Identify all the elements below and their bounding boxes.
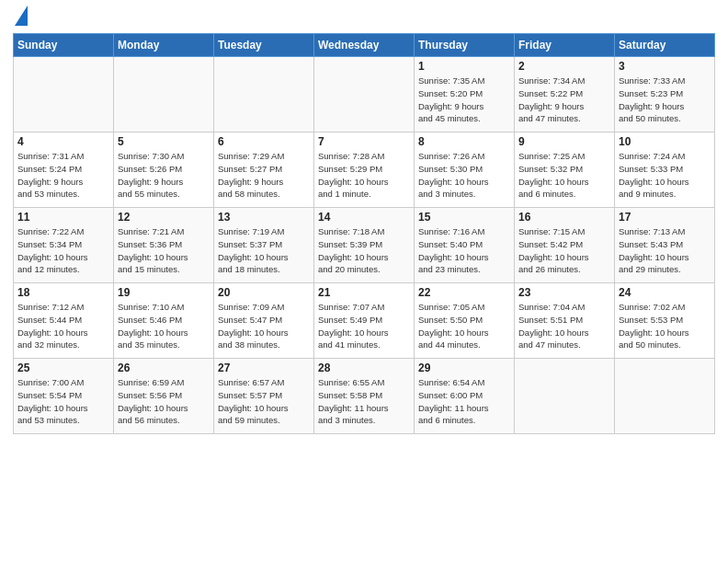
day-detail: Sunrise: 7:00 AM Sunset: 5:54 PM Dayligh… [17, 376, 109, 427]
weekday-header-row: SundayMondayTuesdayWednesdayThursdayFrid… [14, 34, 715, 57]
calendar-container: SundayMondayTuesdayWednesdayThursdayFrid… [0, 0, 728, 440]
day-number: 20 [218, 286, 310, 299]
weekday-header-friday: Friday [515, 34, 615, 57]
calendar-cell: 14Sunrise: 7:18 AM Sunset: 5:39 PM Dayli… [314, 208, 415, 283]
day-detail: Sunrise: 7:04 AM Sunset: 5:51 PM Dayligh… [518, 301, 610, 351]
calendar-cell: 11Sunrise: 7:22 AM Sunset: 5:34 PM Dayli… [14, 208, 114, 283]
day-detail: Sunrise: 6:55 AM Sunset: 5:58 PM Dayligh… [318, 376, 410, 427]
calendar-cell [114, 57, 214, 132]
week-row-5: 25Sunrise: 7:00 AM Sunset: 5:54 PM Dayli… [14, 359, 715, 434]
calendar-cell: 7Sunrise: 7:28 AM Sunset: 5:29 PM Daylig… [314, 132, 415, 208]
weekday-header-thursday: Thursday [415, 34, 515, 57]
calendar-cell: 22Sunrise: 7:05 AM Sunset: 5:50 PM Dayli… [415, 283, 515, 359]
day-number: 5 [118, 135, 210, 148]
calendar-cell: 18Sunrise: 7:12 AM Sunset: 5:44 PM Dayli… [14, 283, 114, 359]
day-detail: Sunrise: 6:59 AM Sunset: 5:56 PM Dayligh… [118, 376, 210, 427]
weekday-header-monday: Monday [114, 34, 214, 57]
calendar-cell: 3Sunrise: 7:33 AM Sunset: 5:23 PM Daylig… [615, 57, 715, 132]
calendar-cell: 20Sunrise: 7:09 AM Sunset: 5:47 PM Dayli… [214, 283, 314, 359]
logo [13, 9, 28, 26]
day-detail: Sunrise: 7:13 AM Sunset: 5:43 PM Dayligh… [619, 225, 711, 276]
day-detail: Sunrise: 7:10 AM Sunset: 5:46 PM Dayligh… [118, 301, 210, 351]
day-number: 27 [218, 362, 310, 374]
calendar-cell [615, 359, 715, 434]
calendar-cell: 1Sunrise: 7:35 AM Sunset: 5:20 PM Daylig… [415, 57, 515, 132]
day-number: 12 [118, 211, 210, 224]
day-detail: Sunrise: 7:33 AM Sunset: 5:23 PM Dayligh… [619, 75, 711, 125]
day-detail: Sunrise: 7:29 AM Sunset: 5:27 PM Dayligh… [218, 150, 310, 201]
weekday-header-wednesday: Wednesday [314, 34, 415, 57]
weekday-header-saturday: Saturday [615, 34, 715, 57]
calendar-cell: 15Sunrise: 7:16 AM Sunset: 5:40 PM Dayli… [415, 208, 515, 283]
calendar-cell [314, 57, 415, 132]
day-detail: Sunrise: 7:02 AM Sunset: 5:53 PM Dayligh… [619, 301, 711, 351]
day-number: 9 [518, 135, 610, 148]
calendar-cell [14, 57, 114, 132]
day-number: 6 [218, 135, 310, 148]
day-number: 16 [518, 211, 610, 224]
day-detail: Sunrise: 7:09 AM Sunset: 5:47 PM Dayligh… [218, 301, 310, 351]
day-number: 25 [17, 362, 109, 374]
day-detail: Sunrise: 7:28 AM Sunset: 5:29 PM Dayligh… [318, 150, 410, 201]
week-row-3: 11Sunrise: 7:22 AM Sunset: 5:34 PM Dayli… [14, 208, 715, 283]
day-number: 29 [418, 362, 510, 374]
calendar-cell: 21Sunrise: 7:07 AM Sunset: 5:49 PM Dayli… [314, 283, 415, 359]
week-row-4: 18Sunrise: 7:12 AM Sunset: 5:44 PM Dayli… [14, 283, 715, 359]
calendar-cell: 12Sunrise: 7:21 AM Sunset: 5:36 PM Dayli… [114, 208, 214, 283]
day-detail: Sunrise: 7:21 AM Sunset: 5:36 PM Dayligh… [118, 225, 210, 276]
calendar-table: SundayMondayTuesdayWednesdayThursdayFrid… [13, 33, 715, 434]
calendar-cell: 8Sunrise: 7:26 AM Sunset: 5:30 PM Daylig… [415, 132, 515, 208]
day-number: 28 [318, 362, 410, 374]
day-detail: Sunrise: 7:34 AM Sunset: 5:22 PM Dayligh… [518, 75, 610, 125]
week-row-2: 4Sunrise: 7:31 AM Sunset: 5:24 PM Daylig… [14, 132, 715, 208]
day-number: 4 [17, 135, 109, 148]
day-detail: Sunrise: 7:05 AM Sunset: 5:50 PM Dayligh… [418, 301, 510, 351]
day-detail: Sunrise: 7:16 AM Sunset: 5:40 PM Dayligh… [418, 225, 510, 276]
day-detail: Sunrise: 7:19 AM Sunset: 5:37 PM Dayligh… [218, 225, 310, 276]
day-detail: Sunrise: 7:26 AM Sunset: 5:30 PM Dayligh… [418, 150, 510, 201]
day-detail: Sunrise: 6:54 AM Sunset: 6:00 PM Dayligh… [418, 376, 510, 427]
calendar-cell: 28Sunrise: 6:55 AM Sunset: 5:58 PM Dayli… [314, 359, 415, 434]
day-number: 2 [518, 60, 610, 73]
week-row-1: 1Sunrise: 7:35 AM Sunset: 5:20 PM Daylig… [14, 57, 715, 132]
day-number: 22 [418, 286, 510, 299]
day-number: 24 [619, 286, 711, 299]
calendar-cell: 10Sunrise: 7:24 AM Sunset: 5:33 PM Dayli… [615, 132, 715, 208]
calendar-cell: 29Sunrise: 6:54 AM Sunset: 6:00 PM Dayli… [415, 359, 515, 434]
day-detail: Sunrise: 7:12 AM Sunset: 5:44 PM Dayligh… [17, 301, 109, 351]
day-number: 19 [118, 286, 210, 299]
day-detail: Sunrise: 7:25 AM Sunset: 5:32 PM Dayligh… [518, 150, 610, 201]
day-detail: Sunrise: 7:35 AM Sunset: 5:20 PM Dayligh… [418, 75, 510, 125]
calendar-cell: 17Sunrise: 7:13 AM Sunset: 5:43 PM Dayli… [615, 208, 715, 283]
day-detail: Sunrise: 7:24 AM Sunset: 5:33 PM Dayligh… [619, 150, 711, 201]
day-detail: Sunrise: 7:30 AM Sunset: 5:26 PM Dayligh… [118, 150, 210, 201]
calendar-cell: 26Sunrise: 6:59 AM Sunset: 5:56 PM Dayli… [114, 359, 214, 434]
day-number: 8 [418, 135, 510, 148]
day-detail: Sunrise: 7:31 AM Sunset: 5:24 PM Dayligh… [17, 150, 109, 201]
calendar-cell: 27Sunrise: 6:57 AM Sunset: 5:57 PM Dayli… [214, 359, 314, 434]
day-detail: Sunrise: 7:18 AM Sunset: 5:39 PM Dayligh… [318, 225, 410, 276]
day-detail: Sunrise: 7:07 AM Sunset: 5:49 PM Dayligh… [318, 301, 410, 351]
weekday-header-sunday: Sunday [14, 34, 114, 57]
calendar-cell: 9Sunrise: 7:25 AM Sunset: 5:32 PM Daylig… [515, 132, 615, 208]
day-number: 18 [17, 286, 109, 299]
calendar-cell: 4Sunrise: 7:31 AM Sunset: 5:24 PM Daylig… [14, 132, 114, 208]
day-number: 17 [619, 211, 711, 224]
day-number: 11 [17, 211, 109, 224]
day-number: 26 [118, 362, 210, 374]
header [13, 9, 715, 26]
calendar-cell: 5Sunrise: 7:30 AM Sunset: 5:26 PM Daylig… [114, 132, 214, 208]
day-number: 14 [318, 211, 410, 224]
calendar-cell [214, 57, 314, 132]
calendar-cell: 6Sunrise: 7:29 AM Sunset: 5:27 PM Daylig… [214, 132, 314, 208]
day-detail: Sunrise: 6:57 AM Sunset: 5:57 PM Dayligh… [218, 376, 310, 427]
day-detail: Sunrise: 7:15 AM Sunset: 5:42 PM Dayligh… [518, 225, 610, 276]
logo-triangle-icon [15, 6, 28, 26]
day-number: 7 [318, 135, 410, 148]
day-number: 23 [518, 286, 610, 299]
day-number: 15 [418, 211, 510, 224]
calendar-cell: 24Sunrise: 7:02 AM Sunset: 5:53 PM Dayli… [615, 283, 715, 359]
calendar-cell: 2Sunrise: 7:34 AM Sunset: 5:22 PM Daylig… [515, 57, 615, 132]
weekday-header-tuesday: Tuesday [214, 34, 314, 57]
calendar-cell: 23Sunrise: 7:04 AM Sunset: 5:51 PM Dayli… [515, 283, 615, 359]
